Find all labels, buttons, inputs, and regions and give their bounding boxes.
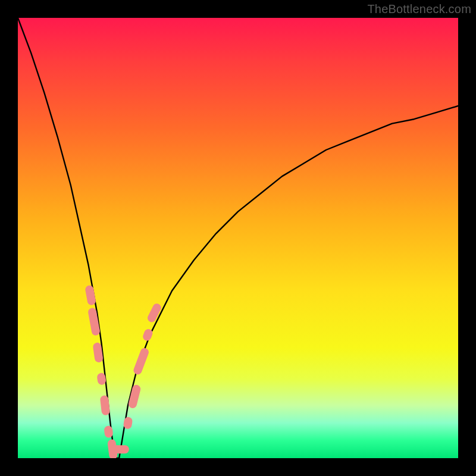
- curve-markers: [18, 18, 458, 458]
- curve-marker: [100, 395, 111, 416]
- curve-marker: [123, 416, 133, 430]
- curve-marker: [92, 342, 104, 363]
- curve-marker: [132, 347, 150, 376]
- chart-frame: TheBottleneck.com: [0, 0, 476, 476]
- curve-marker: [87, 307, 101, 336]
- curve-marker: [96, 372, 107, 386]
- curve-marker: [127, 384, 141, 409]
- plot-area: [18, 18, 458, 458]
- curve-marker: [109, 445, 129, 453]
- curve-marker: [142, 328, 154, 342]
- curve-marker: [146, 302, 162, 324]
- watermark-text: TheBottleneck.com: [367, 2, 471, 16]
- curve-marker: [104, 425, 113, 438]
- curve-marker: [84, 285, 96, 306]
